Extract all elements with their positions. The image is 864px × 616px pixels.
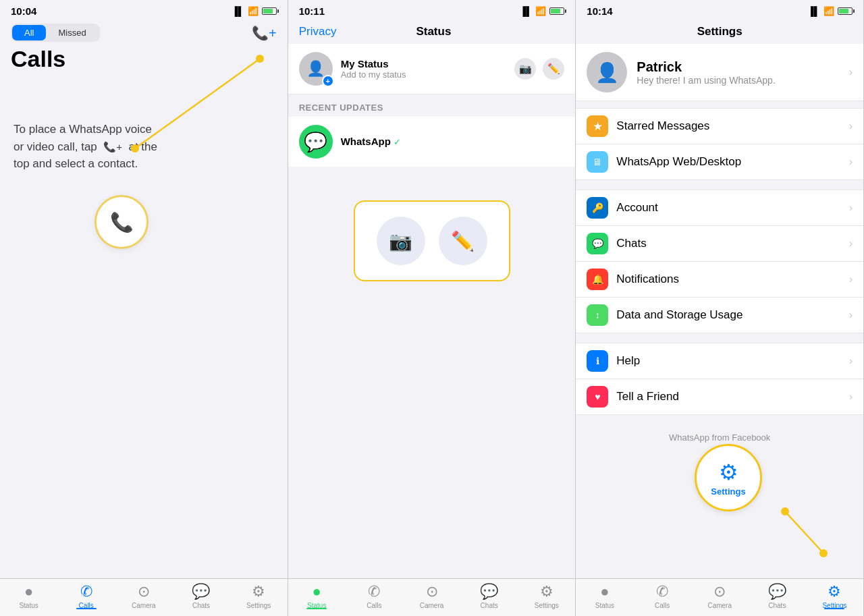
status-icons-2: ▐▌ 📶 — [520, 6, 564, 16]
camera-icon-3: ⊙ — [713, 583, 726, 600]
chats-row[interactable]: 💬 Chats › — [576, 226, 863, 262]
whatsapp-avatar: 💬 — [299, 125, 333, 159]
tab-status-1[interactable]: ● Status — [0, 583, 57, 609]
help-row[interactable]: ℹ Help › — [576, 343, 863, 379]
segmented-control: All Missed — [11, 24, 100, 42]
chats-label-1: Chats — [192, 602, 210, 609]
help-chevron-icon: › — [849, 355, 853, 367]
my-status-sub: Add to my status — [341, 69, 406, 80]
my-status-row[interactable]: 👤 + My Status Add to my status 📷 ✏️ — [288, 44, 576, 94]
battery-icon-1 — [262, 7, 277, 15]
chats-icon-2: 💬 — [480, 583, 498, 600]
status-icon-3: ● — [600, 583, 609, 600]
calls-body: 📞 To place a WhatsApp voiceor video call… — [0, 80, 288, 578]
edit-large-btn[interactable]: ✏️ — [439, 217, 487, 265]
status-icons-3: ▐▌ 📶 — [808, 6, 853, 16]
new-call-button[interactable]: 📞 — [94, 195, 148, 249]
tab-camera-2[interactable]: ⊙ Camera — [403, 583, 460, 609]
tab-chats-2[interactable]: 💬 Chats — [460, 583, 518, 609]
tab-camera-1[interactable]: ⊙ Camera — [115, 583, 172, 609]
profile-chevron-icon: › — [849, 66, 853, 78]
edit-status-btn[interactable]: ✏️ — [543, 58, 564, 80]
avatar-plus-icon: + — [322, 75, 334, 87]
whatsapp-verified-icon: ✓ — [394, 137, 401, 147]
account-row[interactable]: 🔑 Account › — [576, 190, 863, 226]
svg-point-8 — [819, 549, 828, 557]
my-status-name: My Status — [341, 58, 406, 69]
data-storage-row[interactable]: ↕ Data and Storage Usage › — [576, 298, 863, 333]
tell-friend-row[interactable]: ♥ Tell a Friend › — [576, 379, 863, 414]
camera-icon-1: ⊙ — [138, 583, 150, 600]
status-action-buttons: 📷 ✏️ — [514, 58, 564, 80]
tab-bar-3: ● Status ✆ Calls ⊙ Camera 💬 Chats ⚙ Sett… — [576, 578, 863, 616]
status-bar-1: 10:04 ▐▌ 📶 — [0, 0, 288, 20]
profile-name: Patrick — [637, 59, 775, 75]
tab-status-3[interactable]: ● Status — [576, 583, 633, 609]
calls-label-3: Calls — [655, 602, 670, 609]
status-title: Status — [416, 25, 451, 38]
status-label-1: Status — [19, 602, 38, 609]
chats-settings-icon: 💬 — [587, 233, 608, 254]
starred-messages-row[interactable]: ★ Starred Messages › — [576, 109, 863, 144]
my-status-info: My Status Add to my status — [341, 58, 406, 80]
tab-calls-2[interactable]: ✆ Calls — [346, 583, 403, 609]
data-chevron-icon: › — [849, 309, 853, 321]
tell-friend-label: Tell a Friend — [616, 390, 840, 403]
gear-icon: ⚙ — [719, 459, 738, 485]
action-buttons-highlighted: 📷 ✏️ — [354, 200, 510, 281]
tab-chats-1[interactable]: 💬 Chats — [172, 583, 230, 609]
account-label: Account — [616, 201, 840, 215]
starred-messages-label: Starred Messages — [616, 119, 840, 133]
missed-tab[interactable]: Missed — [46, 25, 98, 40]
privacy-link[interactable]: Privacy — [299, 25, 337, 38]
camera-large-btn[interactable]: 📷 — [377, 217, 425, 265]
tab-calls-1[interactable]: ✆ Calls — [57, 583, 115, 609]
tab-settings-1[interactable]: ⚙ Settings — [230, 583, 288, 609]
settings-profile-row[interactable]: 👤 Patrick Hey there! I am using WhatsApp… — [576, 44, 863, 101]
panel2-body: 📷 ✏️ — [288, 167, 576, 578]
starred-messages-icon: ★ — [587, 115, 608, 137]
tab-settings-3[interactable]: ⚙ Settings — [806, 583, 863, 609]
profile-sub: Hey there! I am using WhatsApp. — [637, 75, 775, 86]
calls-icon-3: ✆ — [656, 583, 668, 600]
settings-icon-2: ⚙ — [540, 583, 554, 600]
calls-icon-1: ✆ — [80, 583, 92, 600]
add-call-icon[interactable]: 📞+ — [252, 25, 277, 41]
chats-settings-label: Chats — [616, 237, 840, 250]
recent-updates-header: RECENT UPDATES — [288, 94, 576, 117]
settings-title: Settings — [576, 20, 863, 44]
account-chevron-icon: › — [849, 202, 853, 214]
whatsapp-status-row[interactable]: 💬 WhatsApp ✓ — [288, 117, 576, 167]
time-2: 10:11 — [299, 5, 325, 17]
camera-status-btn[interactable]: 📷 — [514, 58, 536, 80]
settings-group-2: 🔑 Account › 💬 Chats › 🔔 Notifications › … — [576, 190, 863, 333]
chats-label-2: Chats — [481, 602, 498, 609]
camera-label-3: Camera — [707, 602, 732, 609]
chats-chevron-icon: › — [849, 237, 853, 250]
status-icons-1: ▐▌ 📶 — [232, 6, 276, 16]
settings-panel: 10:14 ▐▌ 📶 Settings 👤 Patrick Hey there!… — [576, 0, 864, 616]
battery-icon-2 — [549, 7, 564, 15]
signal-icon-2: ▐▌ — [520, 6, 532, 16]
help-label: Help — [616, 354, 840, 368]
all-tab[interactable]: All — [12, 25, 46, 40]
notifications-row[interactable]: 🔔 Notifications › — [576, 262, 863, 298]
whatsapp-web-icon: 🖥 — [587, 151, 608, 173]
whatsapp-web-row[interactable]: 🖥 WhatsApp Web/Desktop › — [576, 144, 863, 179]
camera-icon-2: ⊙ — [426, 583, 438, 600]
tab-status-2[interactable]: ● Status — [288, 583, 346, 609]
settings-group-1: ★ Starred Messages › 🖥 WhatsApp Web/Desk… — [576, 108, 863, 180]
profile-avatar: 👤 — [587, 52, 627, 92]
battery-icon-3 — [838, 7, 853, 15]
status-panel: 10:11 ▐▌ 📶 Privacy Status 👤 + My Status … — [288, 0, 576, 616]
tab-chats-3[interactable]: 💬 Chats — [749, 583, 806, 609]
tab-calls-3[interactable]: ✆ Calls — [633, 583, 691, 609]
calls-panel: 10:04 ▐▌ 📶 All Missed 📞+ Calls 📞 To plac… — [0, 0, 288, 616]
whatsapp-web-label: WhatsApp Web/Desktop — [616, 155, 840, 169]
tell-friend-chevron-icon: › — [849, 391, 853, 403]
tab-camera-3[interactable]: ⊙ Camera — [691, 583, 749, 609]
settings-label-2: Settings — [535, 602, 559, 609]
tab-settings-2[interactable]: ⚙ Settings — [518, 583, 575, 609]
chats-label-3: Chats — [768, 602, 786, 609]
chats-icon-1: 💬 — [192, 583, 210, 600]
